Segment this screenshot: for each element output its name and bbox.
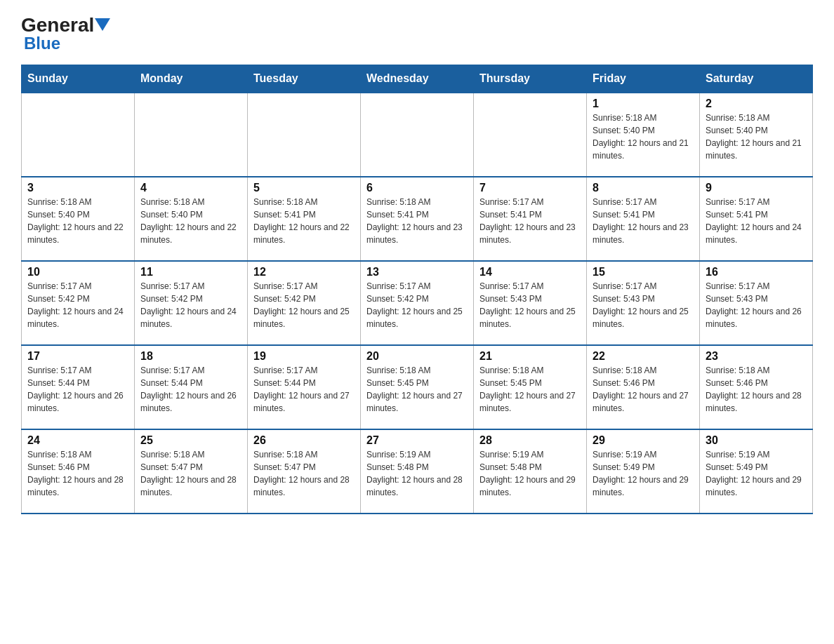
day-number: 1 [593,98,694,110]
day-info: Sunrise: 5:17 AM Sunset: 5:42 PM Dayligh… [366,280,468,330]
calendar-cell: 1Sunrise: 5:18 AM Sunset: 5:40 PM Daylig… [587,93,700,177]
calendar-cell [135,93,248,177]
calendar-cell: 30Sunrise: 5:19 AM Sunset: 5:49 PM Dayli… [700,429,813,514]
day-info: Sunrise: 5:19 AM Sunset: 5:49 PM Dayligh… [593,448,694,499]
day-number: 30 [706,434,807,447]
calendar-cell [22,93,135,177]
day-info: Sunrise: 5:17 AM Sunset: 5:43 PM Dayligh… [479,280,581,330]
calendar-week-row: 10Sunrise: 5:17 AM Sunset: 5:42 PM Dayli… [22,261,813,345]
calendar-header-monday: Monday [135,65,248,93]
day-info: Sunrise: 5:18 AM Sunset: 5:46 PM Dayligh… [706,364,807,415]
day-info: Sunrise: 5:18 AM Sunset: 5:45 PM Dayligh… [479,364,581,415]
day-number: 14 [479,266,581,279]
calendar-cell: 15Sunrise: 5:17 AM Sunset: 5:43 PM Dayli… [587,261,700,345]
calendar-cell: 18Sunrise: 5:17 AM Sunset: 5:44 PM Dayli… [135,345,248,429]
calendar-cell: 4Sunrise: 5:18 AM Sunset: 5:40 PM Daylig… [135,177,248,261]
calendar-header-thursday: Thursday [474,65,587,93]
day-info: Sunrise: 5:18 AM Sunset: 5:40 PM Dayligh… [593,112,694,162]
calendar-cell: 11Sunrise: 5:17 AM Sunset: 5:42 PM Dayli… [135,261,248,345]
calendar-cell: 7Sunrise: 5:17 AM Sunset: 5:41 PM Daylig… [474,177,587,261]
calendar-header-tuesday: Tuesday [248,65,361,93]
calendar-cell [248,93,361,177]
logo-blue-text: Blue [24,34,60,53]
calendar-cell: 17Sunrise: 5:17 AM Sunset: 5:44 PM Dayli… [22,345,135,429]
day-info: Sunrise: 5:19 AM Sunset: 5:48 PM Dayligh… [479,448,581,499]
day-number: 20 [366,350,468,363]
day-info: Sunrise: 5:17 AM Sunset: 5:42 PM Dayligh… [140,280,241,330]
day-info: Sunrise: 5:18 AM Sunset: 5:47 PM Dayligh… [140,448,241,499]
calendar-cell: 21Sunrise: 5:18 AM Sunset: 5:45 PM Dayli… [474,345,587,429]
calendar-cell: 12Sunrise: 5:17 AM Sunset: 5:42 PM Dayli… [248,261,361,345]
calendar-week-row: 17Sunrise: 5:17 AM Sunset: 5:44 PM Dayli… [22,345,813,429]
day-info: Sunrise: 5:18 AM Sunset: 5:46 PM Dayligh… [593,364,694,415]
page-header: General Blue [21,14,813,53]
day-info: Sunrise: 5:17 AM Sunset: 5:44 PM Dayligh… [253,364,355,415]
calendar-cell: 2Sunrise: 5:18 AM Sunset: 5:40 PM Daylig… [700,93,813,177]
calendar-cell [474,93,587,177]
day-info: Sunrise: 5:17 AM Sunset: 5:41 PM Dayligh… [479,196,581,246]
day-number: 13 [366,266,468,279]
day-number: 4 [140,182,241,194]
day-info: Sunrise: 5:17 AM Sunset: 5:43 PM Dayligh… [593,280,694,330]
svg-marker-0 [95,18,110,31]
calendar-cell: 24Sunrise: 5:18 AM Sunset: 5:46 PM Dayli… [22,429,135,514]
calendar-cell: 23Sunrise: 5:18 AM Sunset: 5:46 PM Dayli… [700,345,813,429]
day-number: 8 [593,182,694,194]
day-number: 3 [27,182,128,194]
calendar-header-friday: Friday [587,65,700,93]
day-info: Sunrise: 5:18 AM Sunset: 5:40 PM Dayligh… [706,112,807,162]
day-number: 27 [366,434,468,447]
day-number: 22 [593,350,694,363]
day-info: Sunrise: 5:18 AM Sunset: 5:45 PM Dayligh… [366,364,468,415]
calendar-header-row: SundayMondayTuesdayWednesdayThursdayFrid… [22,65,813,93]
calendar-cell: 22Sunrise: 5:18 AM Sunset: 5:46 PM Dayli… [587,345,700,429]
day-info: Sunrise: 5:18 AM Sunset: 5:41 PM Dayligh… [366,196,468,246]
day-info: Sunrise: 5:17 AM Sunset: 5:44 PM Dayligh… [140,364,241,415]
calendar-week-row: 3Sunrise: 5:18 AM Sunset: 5:40 PM Daylig… [22,177,813,261]
logo: General Blue [21,14,110,53]
calendar-cell: 27Sunrise: 5:19 AM Sunset: 5:48 PM Dayli… [361,429,474,514]
day-number: 15 [593,266,694,279]
day-number: 25 [140,434,241,447]
calendar-table: SundayMondayTuesdayWednesdayThursdayFrid… [21,65,813,514]
day-info: Sunrise: 5:17 AM Sunset: 5:42 PM Dayligh… [253,280,355,330]
day-info: Sunrise: 5:17 AM Sunset: 5:41 PM Dayligh… [706,196,807,246]
day-info: Sunrise: 5:18 AM Sunset: 5:47 PM Dayligh… [253,448,355,499]
calendar-header-saturday: Saturday [700,65,813,93]
day-number: 11 [140,266,241,279]
calendar-header-sunday: Sunday [22,65,135,93]
day-info: Sunrise: 5:17 AM Sunset: 5:42 PM Dayligh… [27,280,128,330]
day-number: 21 [479,350,581,363]
day-number: 5 [253,182,355,194]
calendar-cell: 20Sunrise: 5:18 AM Sunset: 5:45 PM Dayli… [361,345,474,429]
calendar-cell: 3Sunrise: 5:18 AM Sunset: 5:40 PM Daylig… [22,177,135,261]
day-info: Sunrise: 5:17 AM Sunset: 5:41 PM Dayligh… [593,196,694,246]
calendar-cell: 13Sunrise: 5:17 AM Sunset: 5:42 PM Dayli… [361,261,474,345]
calendar-cell: 26Sunrise: 5:18 AM Sunset: 5:47 PM Dayli… [248,429,361,514]
calendar-header-wednesday: Wednesday [361,65,474,93]
calendar-cell: 6Sunrise: 5:18 AM Sunset: 5:41 PM Daylig… [361,177,474,261]
calendar-week-row: 24Sunrise: 5:18 AM Sunset: 5:46 PM Dayli… [22,429,813,514]
day-info: Sunrise: 5:17 AM Sunset: 5:44 PM Dayligh… [27,364,128,415]
calendar-week-row: 1Sunrise: 5:18 AM Sunset: 5:40 PM Daylig… [22,93,813,177]
day-number: 9 [706,182,807,194]
day-number: 6 [366,182,468,194]
calendar-cell: 29Sunrise: 5:19 AM Sunset: 5:49 PM Dayli… [587,429,700,514]
day-info: Sunrise: 5:19 AM Sunset: 5:48 PM Dayligh… [366,448,468,499]
day-number: 7 [479,182,581,194]
calendar-cell: 8Sunrise: 5:17 AM Sunset: 5:41 PM Daylig… [587,177,700,261]
day-number: 10 [27,266,128,279]
day-info: Sunrise: 5:19 AM Sunset: 5:49 PM Dayligh… [706,448,807,499]
day-number: 2 [706,98,807,110]
day-number: 19 [253,350,355,363]
day-info: Sunrise: 5:18 AM Sunset: 5:41 PM Dayligh… [253,196,355,246]
day-number: 29 [593,434,694,447]
calendar-cell: 19Sunrise: 5:17 AM Sunset: 5:44 PM Dayli… [248,345,361,429]
calendar-cell: 14Sunrise: 5:17 AM Sunset: 5:43 PM Dayli… [474,261,587,345]
day-number: 12 [253,266,355,279]
day-info: Sunrise: 5:17 AM Sunset: 5:43 PM Dayligh… [706,280,807,330]
day-number: 16 [706,266,807,279]
day-number: 28 [479,434,581,447]
day-number: 23 [706,350,807,363]
calendar-cell [361,93,474,177]
